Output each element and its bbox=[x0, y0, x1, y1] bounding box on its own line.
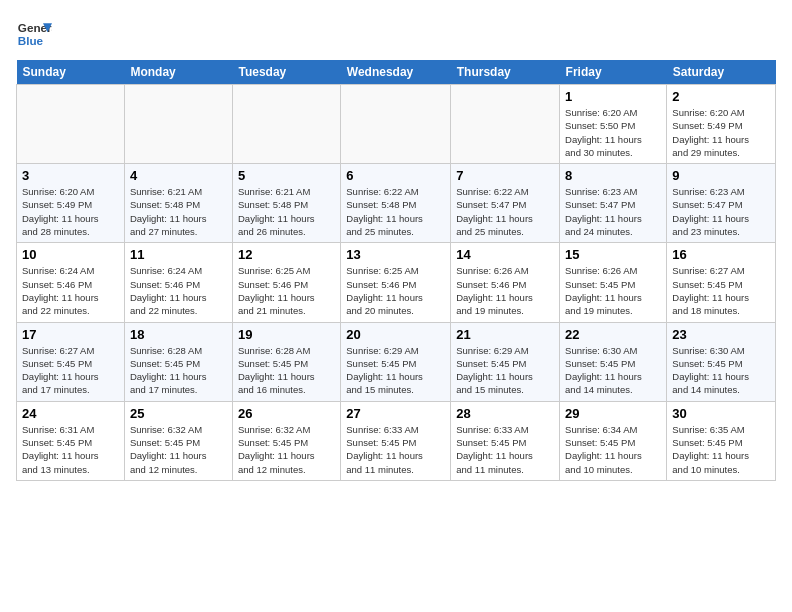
day-info: Sunrise: 6:20 AM Sunset: 5:49 PM Dayligh… bbox=[672, 106, 770, 159]
calendar-cell: 29Sunrise: 6:34 AM Sunset: 5:45 PM Dayli… bbox=[560, 401, 667, 480]
day-info: Sunrise: 6:30 AM Sunset: 5:45 PM Dayligh… bbox=[565, 344, 661, 397]
weekday-header-friday: Friday bbox=[560, 60, 667, 85]
calendar-week-4: 24Sunrise: 6:31 AM Sunset: 5:45 PM Dayli… bbox=[17, 401, 776, 480]
weekday-header-monday: Monday bbox=[124, 60, 232, 85]
calendar-cell: 7Sunrise: 6:22 AM Sunset: 5:47 PM Daylig… bbox=[451, 164, 560, 243]
day-info: Sunrise: 6:28 AM Sunset: 5:45 PM Dayligh… bbox=[130, 344, 227, 397]
day-info: Sunrise: 6:32 AM Sunset: 5:45 PM Dayligh… bbox=[130, 423, 227, 476]
calendar-week-2: 10Sunrise: 6:24 AM Sunset: 5:46 PM Dayli… bbox=[17, 243, 776, 322]
calendar-cell: 5Sunrise: 6:21 AM Sunset: 5:48 PM Daylig… bbox=[232, 164, 340, 243]
day-info: Sunrise: 6:28 AM Sunset: 5:45 PM Dayligh… bbox=[238, 344, 335, 397]
calendar-week-3: 17Sunrise: 6:27 AM Sunset: 5:45 PM Dayli… bbox=[17, 322, 776, 401]
day-info: Sunrise: 6:27 AM Sunset: 5:45 PM Dayligh… bbox=[22, 344, 119, 397]
weekday-header-saturday: Saturday bbox=[667, 60, 776, 85]
day-number: 28 bbox=[456, 406, 554, 421]
calendar-cell: 8Sunrise: 6:23 AM Sunset: 5:47 PM Daylig… bbox=[560, 164, 667, 243]
svg-text:Blue: Blue bbox=[18, 34, 44, 47]
day-number: 18 bbox=[130, 327, 227, 342]
day-info: Sunrise: 6:31 AM Sunset: 5:45 PM Dayligh… bbox=[22, 423, 119, 476]
calendar-cell bbox=[341, 85, 451, 164]
calendar-cell: 25Sunrise: 6:32 AM Sunset: 5:45 PM Dayli… bbox=[124, 401, 232, 480]
day-number: 14 bbox=[456, 247, 554, 262]
calendar-week-0: 1Sunrise: 6:20 AM Sunset: 5:50 PM Daylig… bbox=[17, 85, 776, 164]
calendar-cell bbox=[451, 85, 560, 164]
day-number: 27 bbox=[346, 406, 445, 421]
day-info: Sunrise: 6:24 AM Sunset: 5:46 PM Dayligh… bbox=[130, 264, 227, 317]
calendar-cell: 15Sunrise: 6:26 AM Sunset: 5:45 PM Dayli… bbox=[560, 243, 667, 322]
calendar-cell: 4Sunrise: 6:21 AM Sunset: 5:48 PM Daylig… bbox=[124, 164, 232, 243]
calendar-cell: 21Sunrise: 6:29 AM Sunset: 5:45 PM Dayli… bbox=[451, 322, 560, 401]
day-info: Sunrise: 6:21 AM Sunset: 5:48 PM Dayligh… bbox=[130, 185, 227, 238]
calendar-cell: 12Sunrise: 6:25 AM Sunset: 5:46 PM Dayli… bbox=[232, 243, 340, 322]
calendar-cell: 22Sunrise: 6:30 AM Sunset: 5:45 PM Dayli… bbox=[560, 322, 667, 401]
day-info: Sunrise: 6:33 AM Sunset: 5:45 PM Dayligh… bbox=[346, 423, 445, 476]
calendar-cell: 3Sunrise: 6:20 AM Sunset: 5:49 PM Daylig… bbox=[17, 164, 125, 243]
calendar-week-1: 3Sunrise: 6:20 AM Sunset: 5:49 PM Daylig… bbox=[17, 164, 776, 243]
day-number: 25 bbox=[130, 406, 227, 421]
day-info: Sunrise: 6:35 AM Sunset: 5:45 PM Dayligh… bbox=[672, 423, 770, 476]
calendar-cell bbox=[232, 85, 340, 164]
day-number: 10 bbox=[22, 247, 119, 262]
day-number: 9 bbox=[672, 168, 770, 183]
day-info: Sunrise: 6:27 AM Sunset: 5:45 PM Dayligh… bbox=[672, 264, 770, 317]
calendar-cell: 9Sunrise: 6:23 AM Sunset: 5:47 PM Daylig… bbox=[667, 164, 776, 243]
calendar-cell: 19Sunrise: 6:28 AM Sunset: 5:45 PM Dayli… bbox=[232, 322, 340, 401]
day-info: Sunrise: 6:23 AM Sunset: 5:47 PM Dayligh… bbox=[565, 185, 661, 238]
day-info: Sunrise: 6:29 AM Sunset: 5:45 PM Dayligh… bbox=[346, 344, 445, 397]
day-number: 30 bbox=[672, 406, 770, 421]
day-number: 1 bbox=[565, 89, 661, 104]
day-info: Sunrise: 6:20 AM Sunset: 5:50 PM Dayligh… bbox=[565, 106, 661, 159]
weekday-header-tuesday: Tuesday bbox=[232, 60, 340, 85]
day-info: Sunrise: 6:32 AM Sunset: 5:45 PM Dayligh… bbox=[238, 423, 335, 476]
logo: General Blue bbox=[16, 16, 52, 52]
day-info: Sunrise: 6:24 AM Sunset: 5:46 PM Dayligh… bbox=[22, 264, 119, 317]
day-number: 22 bbox=[565, 327, 661, 342]
day-info: Sunrise: 6:26 AM Sunset: 5:46 PM Dayligh… bbox=[456, 264, 554, 317]
day-number: 17 bbox=[22, 327, 119, 342]
day-number: 12 bbox=[238, 247, 335, 262]
day-info: Sunrise: 6:25 AM Sunset: 5:46 PM Dayligh… bbox=[346, 264, 445, 317]
day-info: Sunrise: 6:29 AM Sunset: 5:45 PM Dayligh… bbox=[456, 344, 554, 397]
calendar-cell: 18Sunrise: 6:28 AM Sunset: 5:45 PM Dayli… bbox=[124, 322, 232, 401]
page-header: General Blue bbox=[16, 16, 776, 52]
day-number: 15 bbox=[565, 247, 661, 262]
day-info: Sunrise: 6:25 AM Sunset: 5:46 PM Dayligh… bbox=[238, 264, 335, 317]
day-info: Sunrise: 6:26 AM Sunset: 5:45 PM Dayligh… bbox=[565, 264, 661, 317]
day-info: Sunrise: 6:23 AM Sunset: 5:47 PM Dayligh… bbox=[672, 185, 770, 238]
day-number: 3 bbox=[22, 168, 119, 183]
calendar-header: SundayMondayTuesdayWednesdayThursdayFrid… bbox=[17, 60, 776, 85]
day-number: 19 bbox=[238, 327, 335, 342]
calendar-cell: 14Sunrise: 6:26 AM Sunset: 5:46 PM Dayli… bbox=[451, 243, 560, 322]
calendar-cell: 11Sunrise: 6:24 AM Sunset: 5:46 PM Dayli… bbox=[124, 243, 232, 322]
calendar-cell: 20Sunrise: 6:29 AM Sunset: 5:45 PM Dayli… bbox=[341, 322, 451, 401]
day-number: 21 bbox=[456, 327, 554, 342]
calendar-cell: 16Sunrise: 6:27 AM Sunset: 5:45 PM Dayli… bbox=[667, 243, 776, 322]
day-number: 13 bbox=[346, 247, 445, 262]
calendar-cell: 2Sunrise: 6:20 AM Sunset: 5:49 PM Daylig… bbox=[667, 85, 776, 164]
day-number: 26 bbox=[238, 406, 335, 421]
day-number: 11 bbox=[130, 247, 227, 262]
day-number: 6 bbox=[346, 168, 445, 183]
day-number: 7 bbox=[456, 168, 554, 183]
day-info: Sunrise: 6:22 AM Sunset: 5:47 PM Dayligh… bbox=[456, 185, 554, 238]
day-info: Sunrise: 6:21 AM Sunset: 5:48 PM Dayligh… bbox=[238, 185, 335, 238]
calendar-cell: 1Sunrise: 6:20 AM Sunset: 5:50 PM Daylig… bbox=[560, 85, 667, 164]
day-number: 24 bbox=[22, 406, 119, 421]
calendar-cell: 6Sunrise: 6:22 AM Sunset: 5:48 PM Daylig… bbox=[341, 164, 451, 243]
calendar-cell: 30Sunrise: 6:35 AM Sunset: 5:45 PM Dayli… bbox=[667, 401, 776, 480]
day-number: 23 bbox=[672, 327, 770, 342]
day-info: Sunrise: 6:34 AM Sunset: 5:45 PM Dayligh… bbox=[565, 423, 661, 476]
calendar-cell: 13Sunrise: 6:25 AM Sunset: 5:46 PM Dayli… bbox=[341, 243, 451, 322]
day-number: 5 bbox=[238, 168, 335, 183]
calendar-cell: 10Sunrise: 6:24 AM Sunset: 5:46 PM Dayli… bbox=[17, 243, 125, 322]
calendar-cell: 27Sunrise: 6:33 AM Sunset: 5:45 PM Dayli… bbox=[341, 401, 451, 480]
calendar-cell: 17Sunrise: 6:27 AM Sunset: 5:45 PM Dayli… bbox=[17, 322, 125, 401]
day-info: Sunrise: 6:30 AM Sunset: 5:45 PM Dayligh… bbox=[672, 344, 770, 397]
day-number: 8 bbox=[565, 168, 661, 183]
day-info: Sunrise: 6:20 AM Sunset: 5:49 PM Dayligh… bbox=[22, 185, 119, 238]
day-number: 2 bbox=[672, 89, 770, 104]
calendar-cell: 23Sunrise: 6:30 AM Sunset: 5:45 PM Dayli… bbox=[667, 322, 776, 401]
calendar-cell bbox=[17, 85, 125, 164]
calendar-table: SundayMondayTuesdayWednesdayThursdayFrid… bbox=[16, 60, 776, 481]
weekday-header-sunday: Sunday bbox=[17, 60, 125, 85]
